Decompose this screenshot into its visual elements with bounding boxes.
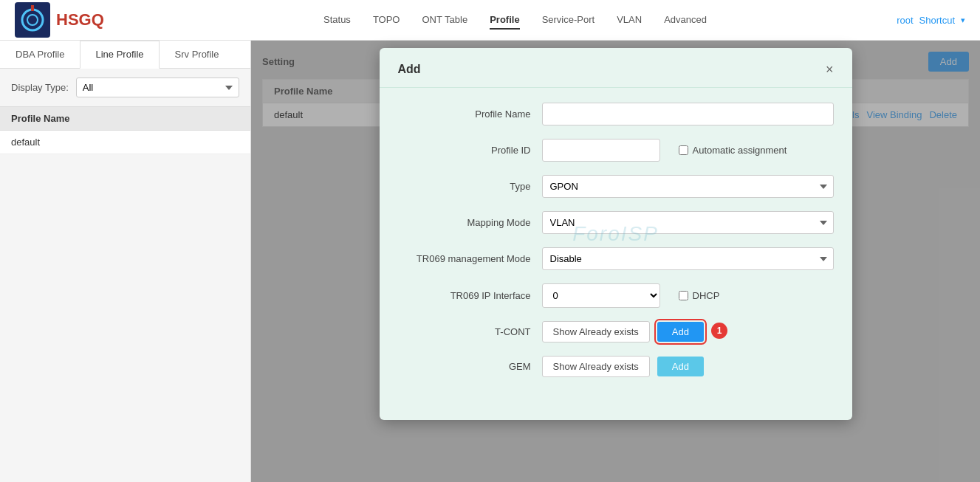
svg-rect-3 (31, 5, 34, 11)
type-row: Type GPON (398, 175, 834, 198)
add-modal: ForoISP Add × Profile Name Profile ID (380, 48, 852, 420)
type-label: Type (398, 181, 531, 192)
profile-name-label: Profile Name (398, 109, 531, 120)
tcont-row: T-CONT Show Already exists Add 1 (398, 321, 834, 342)
nav-user[interactable]: root (897, 15, 913, 26)
profile-tabs: DBA Profile Line Profile Srv Profile (0, 41, 250, 69)
content-area: DBA Profile Line Profile Srv Profile Dis… (0, 41, 980, 482)
gem-add-button[interactable]: Add (657, 357, 704, 376)
tr069-mode-label: TR069 management Mode (398, 253, 531, 264)
gem-controls: Show Already exists Add (542, 356, 704, 377)
mapping-mode-select[interactable]: VLAN (542, 211, 834, 234)
nav-shortcut[interactable]: Shortcut (919, 15, 955, 26)
profile-name-input[interactable] (542, 103, 834, 125)
modal-body: Profile Name Profile ID Automatic assign… (380, 88, 852, 405)
profile-id-input-group: Automatic assignment (542, 139, 787, 162)
automatic-assignment-label: Automatic assignment (693, 145, 787, 156)
nav-topo[interactable]: TOPO (373, 11, 400, 30)
dhcp-group: DHCP (679, 290, 720, 301)
nav-service-port[interactable]: Service-Port (542, 11, 595, 30)
gem-label: GEM (398, 361, 531, 372)
gem-show-exists-button[interactable]: Show Already exists (542, 356, 650, 377)
tr069-ip-select[interactable]: 0 (542, 283, 660, 308)
tcont-show-exists-button[interactable]: Show Already exists (542, 321, 650, 342)
shortcut-dropdown-icon[interactable]: ▾ (961, 16, 965, 25)
gem-row: GEM Show Already exists Add (398, 356, 834, 377)
nav-right: root Shortcut ▾ (897, 15, 965, 26)
display-type-row: Display Type: All (0, 69, 250, 107)
modal-header: Add × (380, 63, 852, 88)
tab-srv-profile[interactable]: Srv Profile (160, 41, 235, 68)
tr069-ip-input-group: 0 DHCP (542, 283, 720, 308)
table-header: Profile Name (0, 107, 250, 131)
tr069-mode-select[interactable]: Disable (542, 247, 834, 270)
mapping-mode-row: Mapping Mode VLAN (398, 211, 834, 234)
table-cell-default: default (11, 137, 40, 148)
tr069-ip-row: TR069 IP Interface 0 DHCP (398, 283, 834, 308)
tcont-controls: Show Already exists Add 1 (542, 321, 727, 342)
nav-profile[interactable]: Profile (490, 11, 519, 30)
tab-line-profile[interactable]: Line Profile (80, 41, 159, 69)
nav-advanced[interactable]: Advanced (664, 11, 707, 30)
right-panel: Setting Add Profile Name default View De… (251, 41, 980, 482)
tcont-label: T-CONT (398, 326, 531, 337)
profile-name-row: Profile Name (398, 103, 834, 125)
table-col-profile-name: Profile Name (11, 113, 69, 124)
nav-vlan[interactable]: VLAN (617, 11, 642, 30)
nav-links: Status TOPO ONT Table Profile Service-Po… (134, 11, 897, 30)
nav-status[interactable]: Status (323, 11, 351, 30)
modal-overlay: ForoISP Add × Profile Name Profile ID (251, 41, 980, 482)
table-row[interactable]: default (0, 131, 250, 154)
logo-icon (15, 2, 50, 38)
mapping-mode-label: Mapping Mode (398, 217, 531, 228)
modal-title: Add (398, 63, 421, 76)
profile-id-row: Profile ID Automatic assignment (398, 139, 834, 162)
left-panel: DBA Profile Line Profile Srv Profile Dis… (0, 41, 251, 482)
dhcp-checkbox[interactable] (679, 291, 688, 300)
logo-area: HSGQ (15, 2, 104, 38)
modal-close-button[interactable]: × (826, 63, 834, 76)
profile-id-label: Profile ID (398, 145, 531, 156)
tcont-badge: 1 (711, 323, 727, 339)
type-select[interactable]: GPON (542, 175, 834, 198)
display-type-label: Display Type: (11, 82, 69, 93)
top-nav: HSGQ Status TOPO ONT Table Profile Servi… (0, 0, 980, 41)
display-type-select[interactable]: All (76, 78, 239, 97)
dhcp-label: DHCP (693, 290, 720, 301)
nav-ont-table[interactable]: ONT Table (422, 11, 467, 30)
logo-text: HSGQ (56, 10, 104, 30)
automatic-assignment-checkbox[interactable] (679, 145, 688, 155)
tcont-add-button[interactable]: Add (657, 322, 704, 342)
profile-id-input[interactable] (542, 139, 660, 162)
tr069-mode-row: TR069 management Mode Disable (398, 247, 834, 270)
tab-dba-profile[interactable]: DBA Profile (0, 41, 80, 68)
automatic-assignment-group: Automatic assignment (679, 145, 787, 156)
tr069-ip-label: TR069 IP Interface (398, 290, 531, 301)
